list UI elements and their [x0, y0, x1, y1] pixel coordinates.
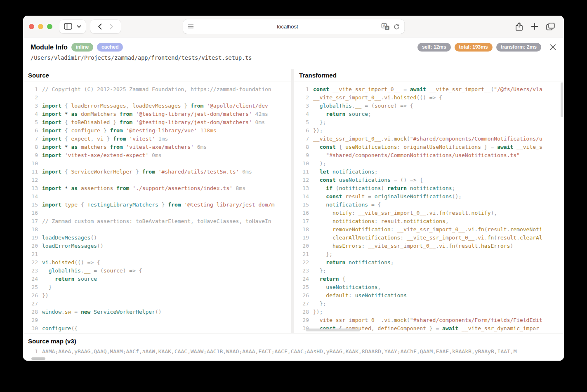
- line-number: 17: [23, 217, 42, 225]
- line-number: 11: [23, 168, 42, 176]
- code-text: const { useNotifications: originalUseNot…: [313, 143, 564, 151]
- code-line: 7__vite_ssr_import_0__.vi.mock("#shared/…: [294, 135, 564, 143]
- code-token: __vite_ssr_import_0__: [358, 210, 426, 216]
- code-line: 19loadDevMessages(): [23, 234, 291, 242]
- line-number: 23: [23, 267, 42, 275]
- code-token: notifications: [326, 202, 368, 208]
- page-title: Module Info: [31, 44, 68, 51]
- line-number: 16: [294, 209, 313, 217]
- translate-icon[interactable]: Aa: [381, 23, 389, 30]
- code-token: {: [61, 103, 71, 109]
- code-text: [42, 209, 291, 217]
- code-line: 25 }: [23, 283, 291, 291]
- code-token: }: [158, 202, 168, 208]
- code-token: return: [387, 185, 407, 191]
- code-line: 7import { expect, vi } from 'vitest' 1ms: [23, 135, 291, 143]
- code-token: notifications: [339, 185, 381, 191]
- code-token: originalUseNotifications: [375, 193, 452, 200]
- line-number: 16: [23, 209, 42, 217]
- code-line: 4 return source;: [294, 110, 564, 118]
- code-token: ,: [378, 284, 381, 290]
- code-line: 19 clearAllNotifications: __vite_ssr_imp…: [294, 234, 564, 242]
- transformed-code-view[interactable]: 1const __vite_ssr_import_0__ = await __v…: [294, 82, 564, 333]
- sidebar-icon[interactable]: [64, 23, 72, 30]
- code-text: globalThis.__ = (source) => {: [313, 102, 564, 110]
- code-token: __vite_ssr_import_0__: [368, 243, 436, 249]
- forward-icon[interactable]: [109, 23, 113, 30]
- tab-overview-icon[interactable]: [546, 23, 555, 31]
- code-token: notifications: [332, 218, 375, 224]
- code-line: 21: [23, 250, 291, 258]
- horizontal-scrollbar-thumb[interactable]: [306, 329, 360, 331]
- code-text: let notifications;: [313, 168, 564, 176]
- code-line: 18: [23, 225, 291, 234]
- code-line: 1// Copyright (C) 2012-2025 Zammad Found…: [23, 85, 291, 94]
- code-line: 26 default: useNotifications: [294, 291, 564, 300]
- vertical-scrollbar-thumb[interactable]: [561, 82, 563, 117]
- code-line: 26}): [23, 291, 291, 300]
- code-text: [42, 225, 291, 234]
- code-token: } =: [481, 144, 497, 150]
- source-code-view[interactable]: 1// Copyright (C) 2012-2025 Zammad Found…: [23, 82, 291, 333]
- line-number: 10: [23, 160, 42, 168]
- code-token: import: [42, 111, 61, 117]
- code-token: const: [326, 193, 342, 200]
- line-number: 7: [23, 135, 42, 143]
- back-icon[interactable]: [98, 23, 102, 30]
- code-token: matchers: [78, 144, 106, 150]
- code-line: 28});: [294, 308, 564, 316]
- code-token: *: [61, 111, 71, 117]
- reload-icon[interactable]: [393, 23, 400, 30]
- chevron-down-icon[interactable]: [77, 25, 81, 28]
- code-text: return notifications;: [313, 258, 564, 267]
- code-line: 24 return source: [23, 275, 291, 283]
- code-token: from: [168, 202, 181, 208]
- code-token: [313, 185, 326, 191]
- code-token: useNotifications: [336, 177, 391, 183]
- new-tab-icon[interactable]: [531, 23, 538, 30]
- line-number: 3: [23, 102, 42, 110]
- code-token: [313, 284, 326, 290]
- code-token: TestingLibraryMatchers: [87, 202, 158, 208]
- code-line: 4import * as domMatchers from '@testing-…: [23, 110, 291, 118]
- code-token: __vite_s: [513, 144, 542, 150]
- code-line: 16: [23, 209, 291, 217]
- code-line: 30configure({: [23, 324, 291, 333]
- window-zoom-button[interactable]: [47, 24, 52, 29]
- line-number: 13: [294, 184, 313, 192]
- code-token: type: [61, 202, 78, 208]
- code-token: }: [110, 119, 119, 125]
- code-token: // Copyright (C) 2012-2025 Zammad Founda…: [42, 86, 271, 92]
- code-token: import: [42, 185, 61, 191]
- sourcemap-scrollbar-thumb[interactable]: [31, 357, 45, 360]
- address-bar[interactable]: localhost Aa: [183, 19, 404, 34]
- code-text: loadDevMessages(): [42, 234, 291, 242]
- code-line: 13 if (notifications) return notificatio…: [294, 184, 564, 192]
- line-number: 8: [294, 143, 313, 151]
- code-line: 20 hasErrors: __vite_ssr_import_0__.vi.f…: [294, 242, 564, 250]
- code-token: from: [142, 169, 155, 175]
- code-token: ) => {: [123, 268, 142, 274]
- code-text: };: [313, 250, 564, 258]
- window-minimize-button[interactable]: [38, 24, 43, 29]
- code-line: 11 let notifications;: [294, 168, 564, 176]
- reader-lines-icon[interactable]: [187, 24, 194, 30]
- code-token: assertions: [78, 185, 113, 191]
- code-token: configure: [71, 127, 100, 134]
- window-close-button[interactable]: [29, 24, 34, 29]
- code-token: const: [313, 86, 329, 92]
- line-number: 4: [294, 110, 313, 118]
- code-token: './support/assertions/index.ts': [129, 185, 232, 191]
- share-icon[interactable]: [515, 22, 523, 31]
- code-token: "#shared/components/Form/fields/FieldEdi…: [410, 317, 542, 323]
- code-token: __vite_ssr_import_0__: [329, 86, 400, 92]
- svg-text:a: a: [386, 26, 388, 30]
- code-token: ),: [491, 210, 497, 216]
- code-text: );: [313, 160, 564, 168]
- module-info-header: Module Info inlinecached self: 12mstotal…: [23, 38, 564, 69]
- code-token: 'vitest-axe/extend-expect': [61, 152, 149, 158]
- code-token: ({: [71, 325, 78, 331]
- line-number: 29: [23, 316, 42, 324]
- close-icon[interactable]: [548, 42, 557, 52]
- line-number: 19: [23, 234, 42, 242]
